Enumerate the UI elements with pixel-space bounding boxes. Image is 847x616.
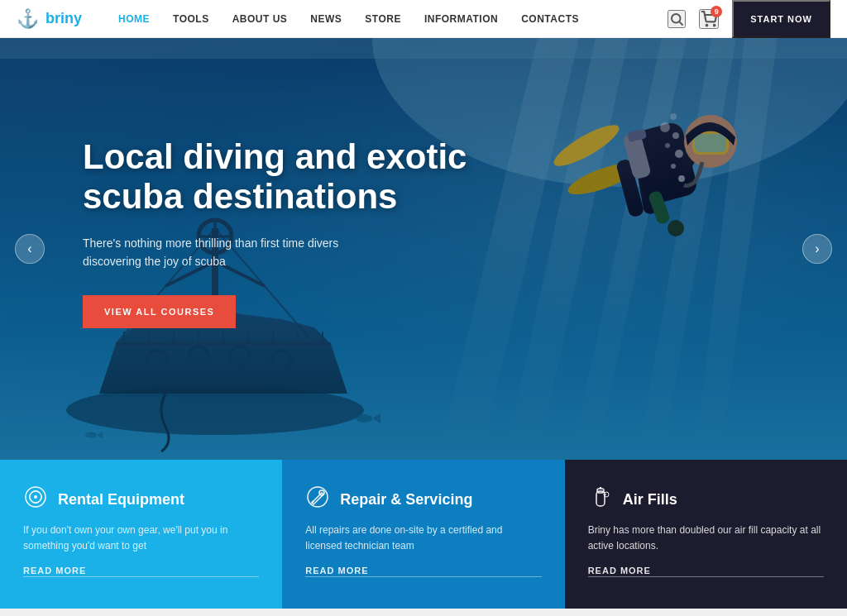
nav-about[interactable]: ABOUT US [221,0,299,38]
footer-gray-bar [0,609,847,616]
chevron-right-icon: › [815,241,819,256]
logo-text: briny [45,10,82,27]
anchor-icon: ⚓ [17,8,39,30]
nav-information[interactable]: INFORMATION [413,0,510,38]
search-icon [669,12,684,26]
svg-point-2 [706,24,708,26]
rental-equipment-card: Rental Equipment If you don't own your o… [0,460,282,609]
card-title-repair: Repair & Servicing [340,491,472,509]
card-desc-rental: If you don't own your own gear, we'll pu… [23,523,259,554]
cart-button[interactable]: 9 [699,9,719,29]
svg-line-1 [680,21,683,25]
chevron-left-icon: ‹ [27,241,31,256]
air-fills-card: Air Fills Briny has more than doubled ou… [565,460,847,609]
nav-store[interactable]: STORE [353,0,413,38]
start-now-button[interactable]: START NOW [732,0,830,38]
hero-subtitle: There's nothing more thrilling than firs… [83,234,513,271]
card-header-repair: Repair & Servicing [305,485,541,514]
svg-point-0 [672,14,681,23]
search-button[interactable] [668,10,686,28]
rental-icon [23,485,48,514]
airfills-read-more[interactable]: READ MORE [588,566,824,577]
header-actions: 9 START NOW [668,0,830,38]
rental-read-more[interactable]: READ MORE [23,566,259,577]
repair-icon [305,485,330,514]
logo[interactable]: ⚓ briny [17,8,82,30]
card-desc-repair: All repairs are done on-site by a certif… [305,523,541,554]
cards-section: Rental Equipment If you don't own your o… [0,460,847,609]
airfills-icon [588,485,613,514]
hero-section: ‹ › Local diving and exotic scuba destin… [0,38,847,460]
carousel-next-button[interactable]: › [802,234,832,264]
nav-news[interactable]: NEWS [299,0,353,38]
nav-tools[interactable]: TOOLS [161,0,221,38]
carousel-prev-button[interactable]: ‹ [15,234,45,264]
hero-content: Local diving and exotic scuba destinatio… [83,137,513,328]
card-header-airfills: Air Fills [588,485,824,514]
repair-read-more[interactable]: READ MORE [305,566,541,577]
svg-line-64 [312,501,313,503]
main-nav: HOME TOOLS ABOUT US NEWS STORE INFORMATI… [107,0,668,38]
svg-point-61 [34,495,37,499]
nav-home[interactable]: HOME [107,0,161,38]
card-title-airfills: Air Fills [623,491,677,509]
svg-point-3 [714,24,715,26]
view-courses-button[interactable]: VIEW ALL COURSES [83,295,236,328]
cart-badge: 9 [711,6,722,17]
repair-servicing-card: Repair & Servicing All repairs are done … [282,460,564,609]
card-header-rental: Rental Equipment [23,485,259,514]
nav-contacts[interactable]: CONTACTS [510,0,591,38]
card-desc-airfills: Briny has more than doubled our air fill… [588,523,824,554]
hero-title: Local diving and exotic scuba destinatio… [83,137,513,217]
header: ⚓ briny HOME TOOLS ABOUT US NEWS STORE I… [0,0,847,38]
card-title-rental: Rental Equipment [58,491,184,509]
